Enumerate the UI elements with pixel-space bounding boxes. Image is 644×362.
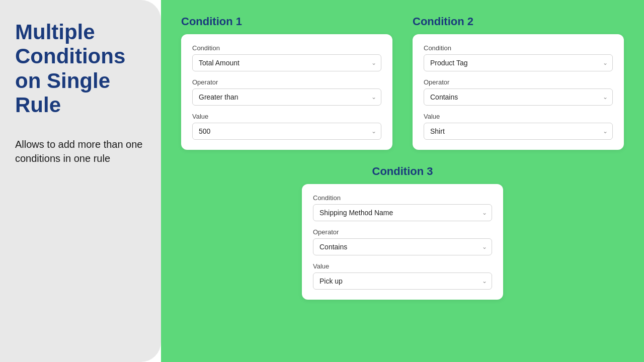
condition-2-value-label: Value (424, 113, 613, 120)
condition-3-value-label: Value (313, 262, 492, 270)
condition-2-condition-label: Condition (424, 44, 613, 52)
condition-2-heading: Condition 2 (413, 15, 624, 28)
condition-3-operator-group: Operator Contains ⌄ (313, 228, 492, 255)
condition-1-value-wrapper[interactable]: 500 ⌄ (192, 123, 381, 140)
condition-1-card: Condition Total Amount ⌄ Operator Greate… (181, 34, 392, 150)
condition-1-operator-group: Operator Greater than ⌄ (192, 78, 381, 106)
condition-3-value-wrapper[interactable]: Pick up ⌄ (313, 273, 492, 290)
condition-3-heading: Condition 3 (372, 165, 433, 178)
condition-2-value-select[interactable]: Shirt (424, 123, 613, 140)
condition-1-operator-select[interactable]: Greater than (192, 88, 381, 106)
condition-2-card: Condition Product Tag ⌄ Operator Contain… (413, 34, 624, 150)
condition-1-operator-label: Operator (192, 78, 381, 86)
condition-3-container: Condition 3 Condition Shipping Method Na… (181, 165, 624, 300)
condition-2-value-group: Value Shirt ⌄ (424, 113, 613, 140)
condition-1-value-select[interactable]: 500 (192, 123, 381, 140)
condition-1-condition-label: Condition (192, 44, 381, 52)
condition-3-operator-select[interactable]: Contains (313, 238, 492, 255)
condition-1-condition-wrapper[interactable]: Total Amount ⌄ (192, 54, 381, 71)
condition-1-value-label: Value (192, 113, 381, 120)
condition-1-operator-wrapper[interactable]: Greater than ⌄ (192, 88, 381, 106)
condition-2-condition-select[interactable]: Product Tag (424, 54, 613, 71)
condition-3-condition-group: Condition Shipping Method Name ⌄ (313, 194, 492, 221)
condition-3-operator-wrapper[interactable]: Contains ⌄ (313, 238, 492, 255)
condition-3-condition-select[interactable]: Shipping Method Name (313, 204, 492, 221)
condition-3-condition-wrapper[interactable]: Shipping Method Name ⌄ (313, 204, 492, 221)
condition-2-operator-group: Operator Contains ⌄ (424, 78, 613, 106)
condition-1-heading: Condition 1 (181, 15, 392, 28)
sidebar-title: Multiple Conditions on Single Rule (15, 20, 146, 117)
sidebar-description: Allows to add more than one conditions i… (15, 137, 146, 165)
condition-1-condition-select[interactable]: Total Amount (192, 54, 381, 71)
condition-2-value-wrapper[interactable]: Shirt ⌄ (424, 123, 613, 140)
condition-3-value-select[interactable]: Pick up (313, 273, 492, 290)
condition-3-card: Condition Shipping Method Name ⌄ Operato… (302, 184, 503, 300)
condition-2-operator-wrapper[interactable]: Contains ⌄ (424, 88, 613, 106)
condition-2-operator-select[interactable]: Contains (424, 88, 613, 106)
main-content: Condition 1 Condition Total Amount ⌄ Ope… (161, 0, 644, 362)
condition-1-condition-group: Condition Total Amount ⌄ (192, 44, 381, 71)
condition-2-operator-label: Operator (424, 78, 613, 86)
condition-2-condition-group: Condition Product Tag ⌄ (424, 44, 613, 71)
condition-1-value-group: Value 500 ⌄ (192, 113, 381, 140)
sidebar: Multiple Conditions on Single Rule Allow… (0, 0, 161, 362)
condition-2-block: Condition 2 Condition Product Tag ⌄ Oper… (413, 15, 624, 150)
conditions-top-row: Condition 1 Condition Total Amount ⌄ Ope… (181, 15, 624, 150)
condition-3-operator-label: Operator (313, 228, 492, 236)
condition-3-value-group: Value Pick up ⌄ (313, 262, 492, 290)
condition-3-condition-label: Condition (313, 194, 492, 202)
condition-2-condition-wrapper[interactable]: Product Tag ⌄ (424, 54, 613, 71)
condition-1-block: Condition 1 Condition Total Amount ⌄ Ope… (181, 15, 392, 150)
